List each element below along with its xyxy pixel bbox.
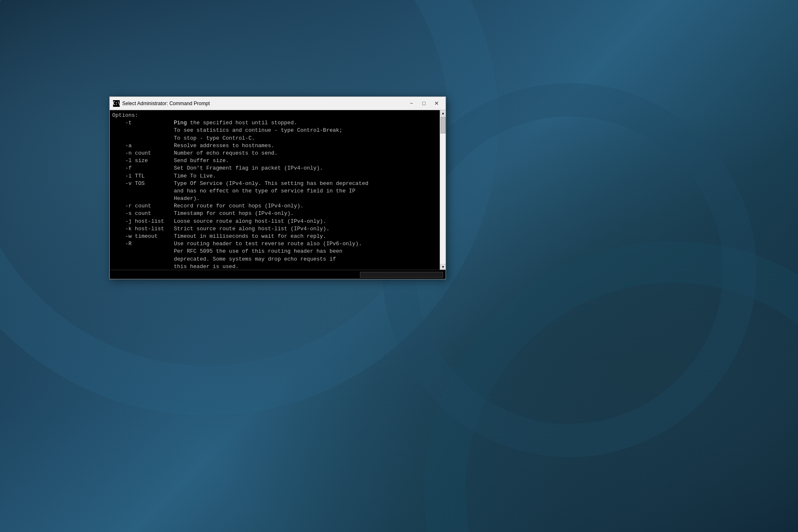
cmd-window: C:\ Select Administrator: Command Prompt…: [109, 96, 446, 279]
scroll-up-arrow[interactable]: ▲: [440, 110, 446, 116]
bottom-bar: [110, 270, 446, 279]
terminal-output[interactable]: Options: -t Ping the specified host unti…: [110, 110, 440, 270]
window-title: Select Administrator: Command Prompt: [122, 101, 406, 106]
maximize-button[interactable]: □: [418, 99, 430, 108]
minimize-button[interactable]: −: [406, 99, 417, 108]
scrollbar-thumb[interactable]: [441, 117, 446, 133]
close-button[interactable]: ✕: [431, 99, 442, 108]
scroll-down-arrow[interactable]: ▼: [440, 264, 446, 270]
title-bar-controls: − □ ✕: [406, 99, 442, 108]
title-bar: C:\ Select Administrator: Command Prompt…: [110, 97, 446, 110]
content-area: Options: -t Ping the specified host unti…: [110, 110, 446, 270]
vertical-scrollbar[interactable]: ▲ ▼: [440, 110, 446, 270]
terminal-text: Options: -t Ping the specified host unti…: [112, 112, 437, 270]
window-icon: C:\: [113, 100, 120, 107]
scrollbar-track[interactable]: [440, 116, 446, 264]
horizontal-scrollbar[interactable]: [360, 272, 443, 278]
